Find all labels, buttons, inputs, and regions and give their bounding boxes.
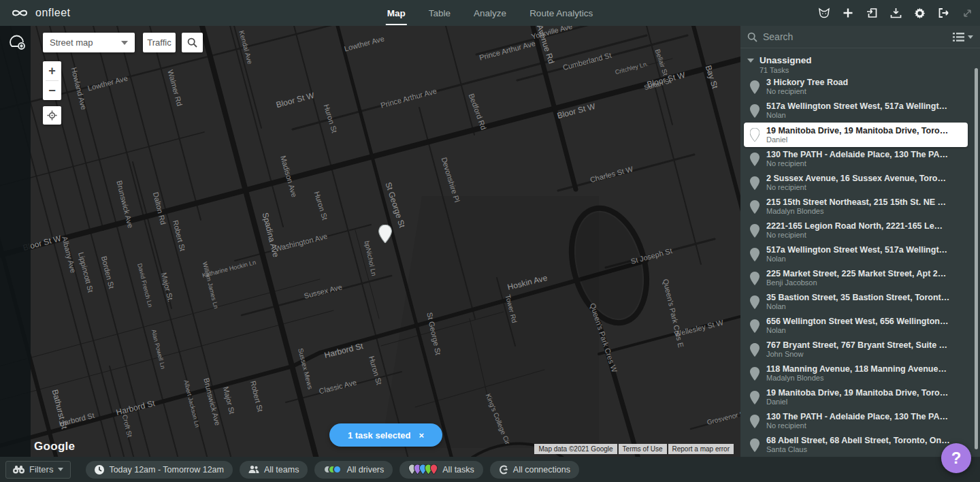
traffic-button[interactable]: Traffic [143,33,176,52]
filter-pill-all-teams[interactable]: All teams [240,461,308,479]
task-address: 118 Manning Avenue, 118 Manning Avenue… [766,364,947,374]
search-input[interactable] [763,31,953,42]
map-data-credit: Map data ©2021 Google [534,444,617,454]
task-pins-icon [408,464,438,475]
task-pin-icon [750,415,760,428]
connections-icon [499,465,508,475]
task-recipient: Santa Claus [766,445,950,454]
task-address: 35 Bastion Street, 35 Bastion Street, To… [766,293,949,302]
search-icon [747,32,757,42]
map-search-button[interactable] [182,33,203,52]
task-recipient: No recipient [766,87,848,96]
task-address: 225 Market Street, 225 Market Street, Ap… [766,269,946,278]
task-row[interactable]: 215 15th Street Northeast, 215 15th St. … [740,195,980,219]
task-address: 19 Manitoba Drive, 19 Manitoba Drive, To… [766,126,948,135]
terms-of-use-link[interactable]: Terms of Use [619,444,667,454]
task-row[interactable]: 130 The PATH - Adelaide Place, 130 The P… [740,409,980,433]
task-address: 19 Manitoba Drive, 19 Manitoba Drive, To… [766,388,948,398]
pill-label: All connections [513,465,570,475]
logout-icon[interactable] [937,7,949,19]
sidebar-scrollbar[interactable] [975,68,978,449]
task-recipient: Nolan [766,255,947,263]
filters-button[interactable]: Filters [5,461,71,479]
zoom-in-button[interactable]: + [43,61,61,80]
task-row[interactable]: 517a Wellington Street West, 517a Wellin… [740,242,980,266]
task-address: 517a Wellington Street West, 517a Wellin… [766,245,947,255]
pill-label: All tasks [442,465,474,475]
help-button[interactable]: ? [941,443,971,473]
search-icon [187,37,197,48]
tab-analyze[interactable]: Analyze [472,0,508,26]
add-icon[interactable] [842,7,854,19]
tab-table[interactable]: Table [427,0,452,26]
export-icon[interactable] [889,7,902,19]
task-row[interactable]: 130 The PATH - Adelaide Place, 130 The P… [740,147,980,171]
group-header-unassigned[interactable]: Unassigned 71 Tasks [740,48,980,78]
task-pin-icon [750,224,760,238]
locate-me-button[interactable] [43,106,61,125]
onfleet-logo[interactable]: onfleet [0,7,204,19]
tab-map[interactable]: Map [386,0,407,26]
task-pin-icon [750,248,760,261]
nav-actions [818,0,973,26]
google-logo[interactable]: Google [34,440,75,453]
resize-icon[interactable] [961,7,973,19]
map-task-pin-icon[interactable] [378,225,392,246]
task-address: 215 15th Street Northeast, 215 15th St. … [766,197,946,207]
filter-pill-today-12am-tomorrow-12am[interactable]: Today 12am - Tomorrow 12am [86,461,233,479]
task-row[interactable]: 767 Bryant Street, 767 Bryant Street, Su… [740,338,980,362]
list-view-toggle[interactable] [953,33,973,42]
task-row[interactable]: 118 Manning Avenue, 118 Manning Avenue…M… [740,362,980,385]
report-a-map-error-link[interactable]: Report a map error [668,444,734,454]
filter-pill-all-drivers[interactable]: All drivers [314,461,393,479]
task-pin-icon [750,200,760,214]
task-pin-icon [750,176,760,190]
task-pin-icon [750,367,760,381]
task-recipient: No recipient [766,159,948,168]
task-row[interactable]: 35 Bastion Street, 35 Bastion Street, To… [740,290,980,314]
task-address: 68 Abell Street, 68 Abell Street, Toront… [766,436,950,445]
filter-pill-all-tasks[interactable]: All tasks [399,461,483,479]
task-row[interactable]: 225 Market Street, 225 Market Street, Ap… [740,266,980,290]
task-row[interactable]: 19 Manitoba Drive, 19 Manitoba Drive, To… [740,385,980,409]
task-row[interactable]: 3 Hickory Tree RoadNo recipient [740,75,980,99]
task-row[interactable]: 2221-165 Legion Road North, 2221-165 Le…… [740,219,980,242]
chevron-down-icon [968,35,973,39]
task-recipient: John Snow [766,350,947,359]
group-count: 71 Tasks [760,66,812,74]
top-navbar: onfleet MapTableAnalyzeRoute Analytics [0,0,980,26]
dispatch-icon[interactable] [818,7,830,19]
driver-dots-icon [323,465,342,474]
filter-pill-all-connections[interactable]: All connections [490,461,579,479]
add-driver-icon[interactable] [7,33,27,53]
task-recipient: Daniel [766,135,948,144]
task-recipient: No recipient [766,231,943,240]
task-row[interactable]: 656 Wellington Street West, 656 Wellingt… [740,314,980,338]
task-row[interactable]: 2 Sussex Avenue, 16 Sussex Avenue, Toro…… [740,171,980,195]
task-address: 130 The PATH - Adelaide Place, 130 The P… [766,150,948,159]
task-pin-icon [750,319,760,333]
close-icon[interactable]: × [419,430,424,440]
task-address: 2 Sussex Avenue, 16 Sussex Avenue, Toro… [766,174,946,183]
task-address: 517a Wellington Street West, 517a Wellin… [766,101,947,111]
task-address: 3 Hickory Tree Road [766,78,848,87]
map-canvas[interactable]: Lowther AveLowther AveKendal AvePrince A… [0,26,740,482]
task-row[interactable]: 517a Wellington Street West, 517a Wellin… [740,99,980,123]
tab-route-analytics[interactable]: Route Analytics [528,0,594,26]
zoom-out-button[interactable]: − [43,81,61,100]
settings-gear-icon[interactable] [913,7,926,19]
task-recipient: No recipient [766,421,948,430]
task-address: 130 The PATH - Adelaide Place, 130 The P… [766,412,948,421]
search-bar [740,26,980,48]
import-icon[interactable] [866,7,878,19]
task-address: 767 Bryant Street, 767 Bryant Street, Su… [766,340,947,350]
task-row[interactable]: 19 Manitoba Drive, 19 Manitoba Drive, To… [744,123,968,147]
onfleet-dashboard: Lowther AveLowther AveKendal AvePrince A… [0,0,980,482]
task-selected-banner[interactable]: 1 task selected × [329,423,442,447]
filter-bar: Filters Today 12am - Tomorrow 12amAll te… [0,457,980,482]
map-type-select[interactable]: Street map [43,33,135,52]
map-type-value: Street map [50,37,93,48]
task-selected-text: 1 task selected [348,430,411,440]
task-address: 656 Wellington Street West, 656 Wellingt… [766,317,948,326]
collapse-caret-icon[interactable] [747,59,754,63]
